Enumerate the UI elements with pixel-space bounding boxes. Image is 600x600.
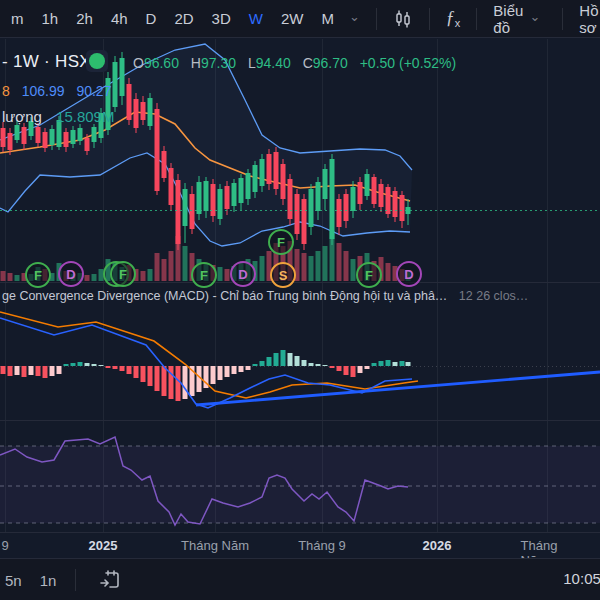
event-marker-f[interactable]: F xyxy=(268,229,294,255)
event-marker-f[interactable]: F xyxy=(191,262,217,288)
ohlc-legend: O96.60 H97.30 L94.40 C96.70 +0.50 (+0.52… xyxy=(133,55,456,71)
pane-separator xyxy=(0,532,600,533)
symbol-legend: - 1W · HSX xyxy=(2,52,91,72)
range-5y-button[interactable]: 5n xyxy=(0,572,31,589)
volume-legend: lượng 15.809M xyxy=(2,108,114,125)
range-1y-button[interactable]: 1n xyxy=(31,572,66,589)
macd-indicator-legend: ge Convergence Divergence (MACD) - Chỉ b… xyxy=(2,289,528,303)
clock-display[interactable]: 10:05: xyxy=(563,570,600,587)
symbol-logo-dot xyxy=(89,53,105,69)
price-change: +0.50 (+0.52%) xyxy=(360,55,457,71)
time-axis-label: Tháng 9 xyxy=(298,538,346,553)
time-axis-label: Tháng Năm xyxy=(181,538,249,553)
time-axis-label: 2026 xyxy=(423,538,452,553)
bottombar-divider xyxy=(75,569,76,591)
event-marker-f[interactable]: F xyxy=(356,262,382,288)
pane-separator[interactable] xyxy=(0,282,600,283)
event-marker-d[interactable]: D xyxy=(396,261,422,287)
trading-chart-app: m 1h 2h 4h D 2D 3D W 2W M ⌄ ƒx Biểu đồ ⌄… xyxy=(0,0,600,600)
time-axis[interactable]: 92025Tháng NămTháng 92026Tháng Năm xyxy=(0,533,600,557)
time-axis-label: 9 xyxy=(1,538,8,553)
symbol-logo xyxy=(86,50,108,72)
go-to-date-button[interactable] xyxy=(98,568,122,592)
event-marker-d[interactable]: D xyxy=(58,261,84,287)
time-axis-label: 2025 xyxy=(89,538,118,553)
event-marker-f[interactable]: F xyxy=(25,262,51,288)
event-marker-f[interactable]: F xyxy=(110,261,136,287)
bollinger-legend: 8 106.99 90.27 xyxy=(2,83,111,99)
event-marker-d[interactable]: D xyxy=(230,261,256,287)
bottom-toolbar: 5n 1n 10:05: xyxy=(0,558,600,600)
event-marker-s[interactable]: S xyxy=(270,262,296,288)
pane-separator[interactable] xyxy=(0,420,600,421)
calendar-goto-icon xyxy=(98,568,122,592)
